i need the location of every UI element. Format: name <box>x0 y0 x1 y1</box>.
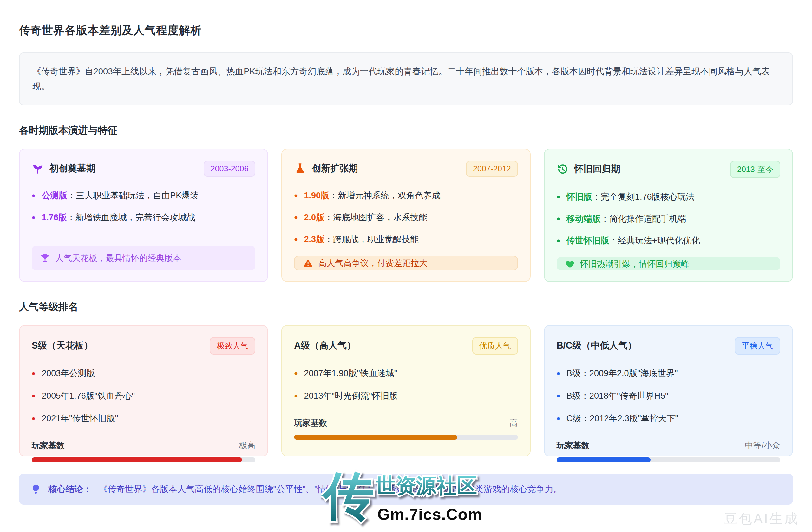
trophy-icon <box>40 253 50 263</box>
rank-item: 2007年1.90版"铁血迷城" <box>294 368 518 379</box>
era-note: 人气天花板，最具情怀的经典版本 <box>32 246 255 270</box>
page-title: 传奇世界各版本差别及人气程度解析 <box>19 23 793 38</box>
rank-card-header: B/C级（中低人气） 平稳人气 <box>557 337 780 354</box>
era-feature-list: 怀旧版：完全复刻1.76版核心玩法 移动端版：简化操作适配手机端 传世怀旧版：经… <box>557 192 780 257</box>
era-period-badge: 2003-2006 <box>204 160 256 177</box>
history-icon <box>557 163 569 175</box>
lightbulb-icon <box>30 484 41 494</box>
era-card-title: 怀旧回归期 <box>575 163 620 176</box>
rank-card-header: A级（高人气） 优质人气 <box>294 337 518 354</box>
rank-item: 2021年"传世怀旧版" <box>32 413 255 424</box>
era-note: 怀旧热潮引爆，情怀回归巅峰 <box>557 257 780 270</box>
era-card-expansion: 创新扩张期 2007-2012 1.90版：新增元神系统，双角色养成 2.0版：… <box>281 149 530 282</box>
heart-icon <box>565 259 575 269</box>
rank-item: B级：2009年2.0版"海底世界" <box>557 368 780 379</box>
rank-badge: 极致人气 <box>210 337 255 354</box>
rank-item-list: 2007年1.90版"铁血迷城" 2013年"时光倒流"怀旧版 <box>294 368 518 413</box>
rank-badge: 优质人气 <box>472 337 518 354</box>
rank-cards-grid: S级（天花板） 极致人气 2003年公测版 2005年1.76版"铁血丹心" 2… <box>19 325 793 457</box>
feature-item: 公测版：三大职业基础玩法，自由PK爆装 <box>32 190 255 201</box>
era-card-founding: 初创奠基期 2003-2006 公测版：三大职业基础玩法，自由PK爆装 1.76… <box>19 149 268 282</box>
era-card-title: 创新扩张期 <box>312 162 358 175</box>
era-note-text: 高人气高争议，付费差距拉大 <box>318 257 427 269</box>
ai-generated-watermark: 豆包AI生成 <box>724 510 799 528</box>
feature-item: 2.3版：跨服战，职业觉醒技能 <box>294 234 518 245</box>
era-note: 高人气高争议，付费差距拉大 <box>294 256 518 270</box>
feature-item: 怀旧版：完全复刻1.76版核心玩法 <box>557 192 780 202</box>
era-cards-grid: 初创奠基期 2003-2006 公测版：三大职业基础玩法，自由PK爆装 1.76… <box>19 149 793 282</box>
article-page: 传奇世界各版本差别及人气程度解析 《传奇世界》自2003年上线以来，凭借复古画风… <box>0 0 812 505</box>
progress-fill <box>294 435 458 439</box>
meter-label: 玩家基数 <box>557 440 590 451</box>
rank-card-title: S级（天花板） <box>32 339 93 352</box>
era-card-title: 初创奠基期 <box>49 162 96 175</box>
meter-value: 极高 <box>239 440 255 451</box>
intro-box: 《传奇世界》自2003年上线以来，凭借复古画风、热血PK玩法和东方奇幻底蕴，成为… <box>19 52 793 106</box>
rank-card-title: A级（高人气） <box>294 339 356 352</box>
feature-item: 1.76版：新增铁血魔城，完善行会攻城战 <box>32 212 255 223</box>
era-card-header: 怀旧回归期 2013-至今 <box>557 160 780 178</box>
meter-label: 玩家基数 <box>32 440 65 451</box>
seedling-icon <box>32 163 44 174</box>
player-base-meter: 玩家基数 高 <box>294 417 518 439</box>
progress-fill <box>32 458 242 462</box>
rank-item: B级：2018年"传奇世界H5" <box>557 390 780 402</box>
intro-text: 《传奇世界》自2003年上线以来，凭借复古画风、热血PK玩法和东方奇幻底蕴，成为… <box>32 66 770 91</box>
flask-icon <box>294 163 306 174</box>
section-heading-ranks: 人气等级排名 <box>19 300 793 313</box>
era-card-nostalgia: 怀旧回归期 2013-至今 怀旧版：完全复刻1.76版核心玩法 移动端版：简化操… <box>544 149 793 282</box>
rank-item: 2013年"时光倒流"怀旧版 <box>294 390 518 402</box>
rank-badge: 平稳人气 <box>735 337 780 354</box>
rank-item: C级：2012年2.3版"掌控天下" <box>557 413 780 424</box>
era-feature-list: 1.90版：新增元神系统，双角色养成 2.0版：海底地图扩容，水系技能 2.3版… <box>294 190 518 256</box>
meter-value: 中等/小众 <box>745 440 780 451</box>
rank-item: 2003年公测版 <box>32 368 255 379</box>
meter-label: 玩家基数 <box>294 417 327 429</box>
progress-track <box>557 458 780 462</box>
player-base-meter: 玩家基数 中等/小众 <box>557 440 780 462</box>
rank-card-header: S级（天花板） 极致人气 <box>32 337 255 354</box>
rank-item-list: B级：2009年2.0版"海底世界" B级：2018年"传奇世界H5" C级：2… <box>557 368 780 436</box>
rank-item-list: 2003年公测版 2005年1.76版"铁血丹心" 2021年"传世怀旧版" <box>32 368 255 436</box>
progress-track <box>294 435 518 439</box>
era-note-text: 怀旧热潮引爆，情怀回归巅峰 <box>580 258 690 269</box>
watermark-site-url: Gm.7ics.Com <box>377 506 482 523</box>
era-feature-list: 公测版：三大职业基础玩法，自由PK爆装 1.76版：新增铁血魔城，完善行会攻城战 <box>32 190 255 234</box>
section-heading-eras: 各时期版本演进与特征 <box>19 124 793 137</box>
feature-item: 传世怀旧版：经典玩法+现代化优化 <box>557 235 780 246</box>
player-base-meter: 玩家基数 极高 <box>32 440 255 462</box>
feature-item: 2.0版：海底地图扩容，水系技能 <box>294 212 518 223</box>
era-note-text: 人气天花板，最具情怀的经典版本 <box>55 252 182 264</box>
meter-value: 高 <box>510 417 518 429</box>
rank-card-s: S级（天花板） 极致人气 2003年公测版 2005年1.76版"铁血丹心" 2… <box>19 325 268 457</box>
rank-card-a: A级（高人气） 优质人气 2007年1.90版"铁血迷城" 2013年"时光倒流… <box>281 325 530 457</box>
era-period-badge: 2007-2012 <box>466 160 518 177</box>
rank-item: 2005年1.76版"铁血丹心" <box>32 390 255 402</box>
warning-icon <box>303 258 313 268</box>
rank-card-bc: B/C级（中低人气） 平稳人气 B级：2009年2.0版"海底世界" B级：20… <box>544 325 793 457</box>
feature-item: 1.90版：新增元神系统，双角色养成 <box>294 190 518 201</box>
rank-card-title: B/C级（中低人气） <box>557 339 637 352</box>
progress-track <box>32 458 255 462</box>
era-period-badge: 2013-至今 <box>730 160 780 178</box>
era-card-header: 创新扩张期 2007-2012 <box>294 160 518 177</box>
progress-fill <box>557 458 651 462</box>
conclusion-bar: 核心结论： 《传奇世界》各版本人气高低的核心始终围绕"公平性"、"情怀"与"玩法… <box>19 474 793 505</box>
feature-item: 移动端版：简化操作适配手机端 <box>557 213 780 224</box>
conclusion-label: 核心结论： <box>48 484 92 495</box>
conclusion-text: 《传奇世界》各版本人气高低的核心始终围绕"公平性"、"情怀"与"玩法"，能否延续… <box>99 484 562 495</box>
era-card-header: 初创奠基期 2003-2006 <box>32 160 255 177</box>
